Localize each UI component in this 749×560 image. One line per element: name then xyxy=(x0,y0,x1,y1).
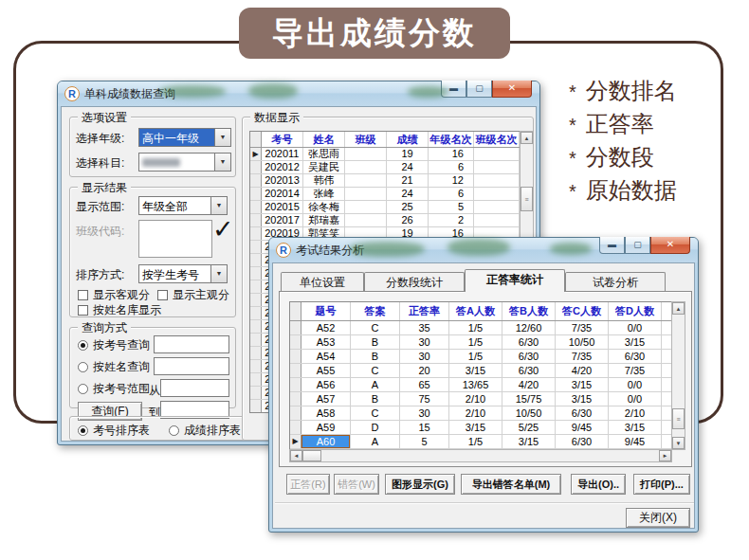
row-indicator[interactable] xyxy=(250,254,262,266)
table-cell[interactable]: B xyxy=(351,335,400,349)
query-by-name-radio[interactable]: 按姓名查询 xyxy=(78,359,150,375)
wrong-answer-button[interactable]: 错答(W) xyxy=(334,474,379,495)
correct-answer-button[interactable]: 正答(R) xyxy=(286,474,330,495)
table-cell[interactable]: 25 xyxy=(387,201,429,213)
table-cell[interactable] xyxy=(474,188,520,200)
table-row[interactable]: A52C351/512/607/350/0 xyxy=(290,321,671,335)
table-cell[interactable]: 6/30 xyxy=(556,406,609,420)
table-cell[interactable]: 3/15 xyxy=(502,435,556,448)
range-select[interactable]: 年级全部 ▼ xyxy=(138,196,228,215)
table-cell[interactable]: 0/0 xyxy=(609,392,662,406)
row-indicator[interactable] xyxy=(250,387,262,399)
table-cell[interactable]: 3/15 xyxy=(449,364,502,377)
table-cell[interactable]: 26 xyxy=(387,214,429,226)
table-cell[interactable]: 2/10 xyxy=(449,392,502,406)
range-from-input[interactable] xyxy=(160,379,229,397)
row-indicator[interactable] xyxy=(250,267,262,280)
table-cell[interactable]: 1/5 xyxy=(449,435,502,448)
table-cell[interactable]: 202011 xyxy=(262,148,303,160)
window1-titlebar[interactable]: R 单科成绩数据查询 ▬ ▢ ✕ xyxy=(58,81,539,106)
scroll-thumb[interactable]: ≡ xyxy=(672,408,685,429)
row-indicator[interactable] xyxy=(290,421,301,434)
row-indicator[interactable] xyxy=(290,321,301,334)
table-cell[interactable]: A59 xyxy=(301,421,351,434)
row-indicator[interactable]: ▶ xyxy=(290,435,301,448)
close-icon[interactable]: ✕ xyxy=(650,237,690,254)
table-cell[interactable] xyxy=(345,188,387,200)
table-cell[interactable]: 6 xyxy=(429,188,474,200)
table-cell[interactable] xyxy=(474,161,520,173)
table-cell[interactable]: 5 xyxy=(400,435,449,448)
table-cell[interactable]: 韩伟 xyxy=(303,174,345,187)
table-cell[interactable]: 12/60 xyxy=(502,321,556,334)
name-lib-checkbox[interactable]: 按姓名库显示 xyxy=(78,302,161,318)
row-indicator[interactable] xyxy=(250,241,262,253)
table-cell[interactable] xyxy=(345,148,387,160)
objective-score-checkbox[interactable]: 显示客观分 xyxy=(78,287,150,303)
table-cell[interactable]: 6/30 xyxy=(556,435,609,448)
export-wrong-list-button[interactable]: 导出错答名单(M) xyxy=(461,474,561,495)
table-cell[interactable] xyxy=(345,201,387,213)
table-cell[interactable]: 3/15 xyxy=(609,335,662,349)
table-cell[interactable]: 202017 xyxy=(262,214,303,226)
scroll-up-icon[interactable]: ▲ xyxy=(521,132,533,144)
table-cell[interactable]: 7/35 xyxy=(556,321,609,334)
tab-correct-rate[interactable]: 正答率统计 xyxy=(465,269,565,292)
row-indicator[interactable] xyxy=(250,188,262,200)
id-sort-table-radio[interactable]: 考号排序表 xyxy=(78,423,150,439)
table-cell[interactable]: A57 xyxy=(301,392,351,406)
table-cell[interactable]: 张思雨 xyxy=(303,148,345,160)
table-cell[interactable]: C xyxy=(351,364,400,377)
table-cell[interactable]: A58 xyxy=(301,406,351,420)
table-cell[interactable]: 12 xyxy=(429,174,474,187)
minimize-icon[interactable]: ▬ xyxy=(599,237,625,254)
rate-table-hscrollbar[interactable]: ◄ ► xyxy=(289,449,672,462)
table-cell[interactable]: 4/20 xyxy=(556,364,609,377)
table-cell[interactable]: 3/15 xyxy=(449,421,502,434)
table-cell[interactable] xyxy=(474,201,520,213)
row-indicator[interactable] xyxy=(250,347,262,359)
table-cell[interactable]: 1/5 xyxy=(449,350,502,363)
table-cell[interactable]: 吴建民 xyxy=(303,161,345,173)
subject-select[interactable]: ▼ xyxy=(138,153,231,172)
table-cell[interactable]: 24 xyxy=(387,188,429,200)
table-cell[interactable]: 2/10 xyxy=(449,406,502,420)
table-cell[interactable] xyxy=(474,174,520,187)
tab-paper-analysis[interactable]: 试卷分析 xyxy=(565,272,666,292)
table-cell[interactable]: 6/30 xyxy=(502,335,556,349)
row-indicator[interactable] xyxy=(290,392,301,406)
row-indicator[interactable] xyxy=(250,280,262,293)
table-cell[interactable]: 202012 xyxy=(262,161,303,173)
table-cell[interactable]: 24 xyxy=(387,161,429,173)
table-cell[interactable]: 5/25 xyxy=(502,421,556,434)
table-cell[interactable]: B xyxy=(351,392,400,406)
table-row[interactable]: 202015徐冬梅255 xyxy=(250,201,520,214)
table-cell[interactable]: 35 xyxy=(400,321,449,334)
table-cell[interactable]: 30 xyxy=(400,335,449,349)
close-icon[interactable]: ✕ xyxy=(492,81,532,98)
row-indicator[interactable] xyxy=(250,307,262,319)
row-indicator[interactable] xyxy=(250,334,262,346)
query-by-range-radio[interactable]: 按考号范围 xyxy=(78,381,150,397)
table-cell[interactable]: 2/10 xyxy=(609,406,662,420)
scroll-up-icon[interactable]: ▲ xyxy=(672,302,685,315)
scroll-thumb[interactable] xyxy=(302,450,321,461)
table-row[interactable]: A56A6513/654/203/150/0 xyxy=(290,378,671,392)
table-cell[interactable]: 6 xyxy=(429,161,474,173)
table-cell[interactable]: 1/5 xyxy=(449,335,502,349)
table-row[interactable]: ▶202011张思雨1916 xyxy=(250,148,520,161)
row-indicator[interactable] xyxy=(290,406,301,420)
table-cell[interactable]: 202014 xyxy=(262,188,303,200)
table-cell[interactable]: D xyxy=(351,421,400,434)
table-cell[interactable]: 6/30 xyxy=(502,364,556,377)
table-cell[interactable] xyxy=(345,214,387,226)
row-indicator[interactable] xyxy=(250,360,262,372)
table-cell[interactable]: A60 xyxy=(301,435,351,448)
table-cell[interactable]: 10/50 xyxy=(502,406,556,420)
table-cell[interactable]: 16 xyxy=(429,148,474,160)
table-cell[interactable]: 0/0 xyxy=(609,321,662,334)
scroll-right-icon[interactable]: ► xyxy=(659,450,671,461)
row-indicator[interactable] xyxy=(290,335,301,349)
table-cell[interactable]: 10/50 xyxy=(556,335,609,349)
row-indicator[interactable] xyxy=(290,350,301,363)
